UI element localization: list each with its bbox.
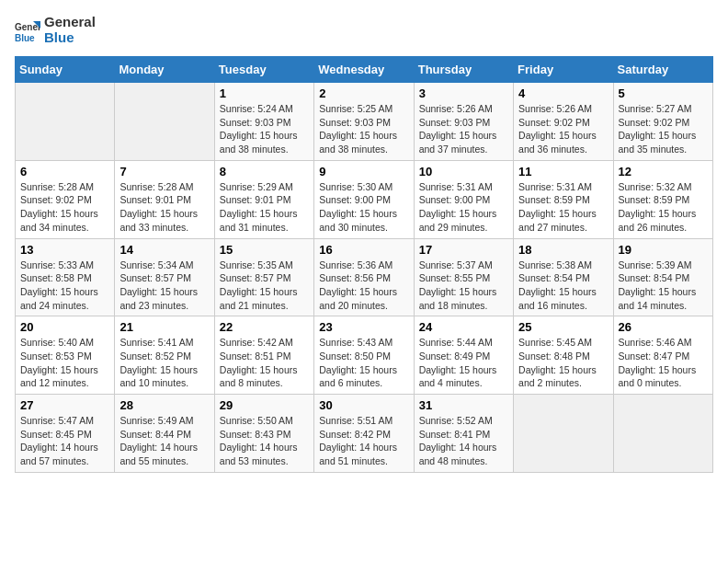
sunset-text: Sunset: 8:54 PM: [619, 272, 690, 283]
sunrise-text: Sunrise: 5:44 AM: [419, 337, 493, 348]
sunset-text: Sunset: 9:03 PM: [220, 117, 291, 128]
day-info: Sunrise: 5:43 AM Sunset: 8:50 PM Dayligh…: [319, 336, 408, 390]
daylight-text: Daylight: 15 hours and 14 minutes.: [619, 286, 697, 311]
day-info: Sunrise: 5:29 AM Sunset: 9:01 PM Dayligh…: [220, 180, 309, 235]
day-info: Sunrise: 5:50 AM Sunset: 8:43 PM Dayligh…: [220, 414, 309, 468]
calendar-week-2: 6 Sunrise: 5:28 AM Sunset: 9:02 PM Dayli…: [16, 160, 713, 238]
sunrise-text: Sunrise: 5:28 AM: [119, 181, 193, 192]
calendar-cell: 24 Sunrise: 5:44 AM Sunset: 8:49 PM Dayl…: [414, 316, 513, 395]
calendar-cell: 10 Sunrise: 5:31 AM Sunset: 9:00 PM Dayl…: [414, 160, 513, 238]
sunset-text: Sunset: 8:55 PM: [419, 272, 491, 283]
day-number: 28: [119, 398, 209, 412]
daylight-text: Daylight: 15 hours and 20 minutes.: [319, 286, 397, 311]
calendar-cell: 2 Sunrise: 5:25 AM Sunset: 9:03 PM Dayli…: [314, 83, 414, 161]
sunrise-text: Sunrise: 5:46 AM: [619, 337, 692, 348]
sunset-text: Sunset: 8:52 PM: [119, 350, 191, 362]
day-info: Sunrise: 5:38 AM Sunset: 8:54 PM Dayligh…: [518, 259, 608, 313]
sunset-text: Sunset: 8:59 PM: [619, 194, 690, 205]
sunrise-text: Sunrise: 5:31 AM: [419, 181, 493, 192]
sunrise-text: Sunrise: 5:41 AM: [119, 337, 193, 348]
sunset-text: Sunset: 8:57 PM: [119, 272, 191, 283]
daylight-text: Daylight: 15 hours and 27 minutes.: [518, 208, 597, 233]
daylight-text: Daylight: 15 hours and 30 minutes.: [319, 208, 397, 233]
daylight-text: Daylight: 14 hours and 51 minutes.: [319, 442, 397, 466]
sunset-text: Sunset: 8:59 PM: [518, 194, 590, 205]
calendar-cell: 26 Sunrise: 5:46 AM Sunset: 8:47 PM Dayl…: [613, 316, 712, 395]
sunset-text: Sunset: 8:54 PM: [518, 272, 590, 283]
sunrise-text: Sunrise: 5:26 AM: [419, 103, 493, 114]
sunrise-text: Sunrise: 5:47 AM: [20, 415, 94, 426]
sunset-text: Sunset: 9:02 PM: [20, 194, 92, 205]
day-info: Sunrise: 5:37 AM Sunset: 8:55 PM Dayligh…: [419, 259, 508, 313]
calendar-week-1: 1 Sunrise: 5:24 AM Sunset: 9:03 PM Dayli…: [16, 83, 713, 161]
weekday-monday: Monday: [115, 57, 214, 83]
day-number: 8: [220, 165, 309, 178]
calendar-cell: 5 Sunrise: 5:27 AM Sunset: 9:02 PM Dayli…: [613, 83, 712, 161]
daylight-text: Daylight: 15 hours and 33 minutes.: [119, 208, 198, 233]
day-info: Sunrise: 5:42 AM Sunset: 8:51 PM Dayligh…: [220, 336, 309, 390]
logo-general: General: [44, 15, 96, 30]
day-number: 22: [220, 320, 309, 334]
day-info: Sunrise: 5:27 AM Sunset: 9:02 PM Dayligh…: [619, 102, 708, 156]
day-number: 2: [319, 86, 408, 100]
day-number: 6: [20, 165, 109, 178]
sunset-text: Sunset: 9:01 PM: [220, 194, 291, 205]
sunrise-text: Sunrise: 5:30 AM: [319, 181, 392, 192]
day-info: Sunrise: 5:28 AM Sunset: 9:01 PM Dayligh…: [119, 180, 209, 235]
sunrise-text: Sunrise: 5:29 AM: [220, 181, 293, 192]
logo: General Blue General Blue: [15, 15, 96, 45]
sunrise-text: Sunrise: 5:40 AM: [20, 337, 94, 348]
daylight-text: Daylight: 14 hours and 57 minutes.: [20, 442, 98, 466]
sunset-text: Sunset: 8:51 PM: [220, 350, 291, 362]
day-info: Sunrise: 5:49 AM Sunset: 8:44 PM Dayligh…: [119, 414, 209, 468]
calendar-cell: 1 Sunrise: 5:24 AM Sunset: 9:03 PM Dayli…: [214, 83, 313, 161]
sunrise-text: Sunrise: 5:28 AM: [20, 181, 94, 192]
sunset-text: Sunset: 8:50 PM: [319, 350, 391, 362]
calendar-cell: 25 Sunrise: 5:45 AM Sunset: 8:48 PM Dayl…: [514, 316, 613, 395]
logo-icon: General Blue: [15, 17, 40, 43]
day-info: Sunrise: 5:26 AM Sunset: 9:02 PM Dayligh…: [518, 102, 608, 156]
day-info: Sunrise: 5:34 AM Sunset: 8:57 PM Dayligh…: [119, 259, 209, 313]
daylight-text: Daylight: 15 hours and 35 minutes.: [619, 130, 697, 155]
sunrise-text: Sunrise: 5:49 AM: [119, 415, 193, 426]
daylight-text: Daylight: 15 hours and 29 minutes.: [419, 208, 497, 233]
day-info: Sunrise: 5:52 AM Sunset: 8:41 PM Dayligh…: [419, 414, 508, 468]
calendar-cell: 7 Sunrise: 5:28 AM Sunset: 9:01 PM Dayli…: [115, 160, 214, 238]
calendar-cell: 3 Sunrise: 5:26 AM Sunset: 9:03 PM Dayli…: [414, 83, 513, 161]
daylight-text: Daylight: 15 hours and 24 minutes.: [20, 286, 98, 311]
sunset-text: Sunset: 9:02 PM: [518, 117, 590, 128]
day-info: Sunrise: 5:41 AM Sunset: 8:52 PM Dayligh…: [119, 336, 209, 390]
sunrise-text: Sunrise: 5:45 AM: [518, 337, 592, 348]
day-number: 3: [419, 86, 508, 100]
calendar-cell: 31 Sunrise: 5:52 AM Sunset: 8:41 PM Dayl…: [414, 395, 513, 473]
calendar-cell: 17 Sunrise: 5:37 AM Sunset: 8:55 PM Dayl…: [414, 238, 513, 316]
day-number: 20: [20, 320, 109, 334]
weekday-tuesday: Tuesday: [214, 57, 313, 83]
sunset-text: Sunset: 8:44 PM: [119, 429, 191, 440]
sunset-text: Sunset: 8:49 PM: [419, 350, 491, 362]
sunset-text: Sunset: 9:03 PM: [419, 117, 491, 128]
sunrise-text: Sunrise: 5:36 AM: [319, 259, 392, 270]
daylight-text: Daylight: 15 hours and 37 minutes.: [419, 130, 497, 155]
sunrise-text: Sunrise: 5:42 AM: [220, 337, 293, 348]
day-number: 10: [419, 165, 508, 178]
day-info: Sunrise: 5:36 AM Sunset: 8:56 PM Dayligh…: [319, 259, 408, 313]
calendar-week-4: 20 Sunrise: 5:40 AM Sunset: 8:53 PM Dayl…: [16, 316, 713, 395]
sunrise-text: Sunrise: 5:51 AM: [319, 415, 392, 426]
calendar-week-3: 13 Sunrise: 5:33 AM Sunset: 8:58 PM Dayl…: [16, 238, 713, 316]
calendar-cell: 9 Sunrise: 5:30 AM Sunset: 9:00 PM Dayli…: [314, 160, 414, 238]
day-number: 25: [518, 320, 608, 334]
calendar-cell: 6 Sunrise: 5:28 AM Sunset: 9:02 PM Dayli…: [16, 160, 115, 238]
daylight-text: Daylight: 15 hours and 34 minutes.: [20, 208, 98, 233]
daylight-text: Daylight: 15 hours and 18 minutes.: [419, 286, 497, 311]
sunset-text: Sunset: 8:48 PM: [518, 350, 590, 362]
sunset-text: Sunset: 9:00 PM: [419, 194, 491, 205]
day-info: Sunrise: 5:28 AM Sunset: 9:02 PM Dayligh…: [20, 180, 109, 235]
sunset-text: Sunset: 8:41 PM: [419, 429, 491, 440]
sunrise-text: Sunrise: 5:50 AM: [220, 415, 293, 426]
day-info: Sunrise: 5:30 AM Sunset: 9:00 PM Dayligh…: [319, 180, 408, 235]
day-number: 12: [619, 165, 708, 178]
daylight-text: Daylight: 14 hours and 53 minutes.: [220, 442, 298, 466]
day-number: 5: [619, 86, 708, 100]
sunrise-text: Sunrise: 5:26 AM: [518, 103, 592, 114]
